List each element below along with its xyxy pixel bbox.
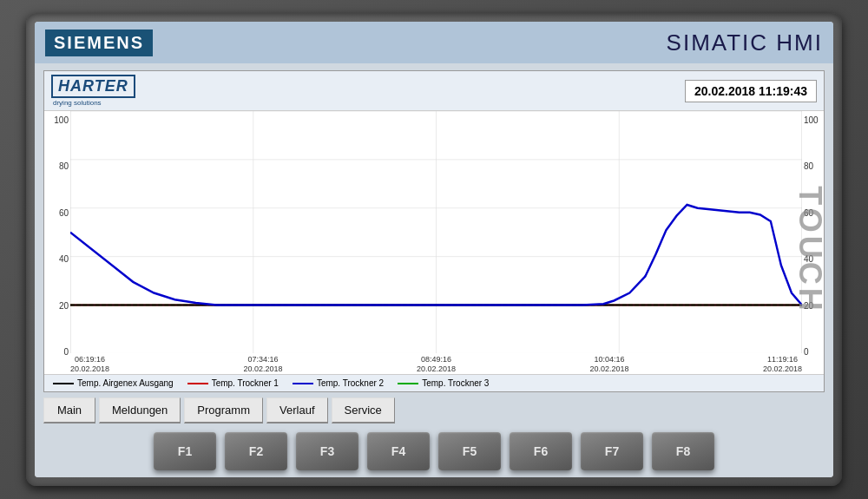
x-label-3: 08:49:16 20.02.2018: [417, 355, 456, 374]
screen-content: SIEMENS SIMATIC HMI HARTER drying soluti…: [35, 22, 833, 477]
datetime-display: 20.02.2018 11:19:43: [685, 80, 817, 102]
legend-label-4: Temp. Trockner 3: [422, 378, 489, 388]
y-axis-left: 100 80 60 40 20 0: [44, 111, 70, 374]
fkey-f4[interactable]: F4: [367, 432, 430, 470]
fkey-f1[interactable]: F1: [154, 432, 216, 470]
x-axis-labels: 06:19:16 20.02.2018 07:34:16 20.02.2018 …: [70, 353, 802, 374]
outer-frame: TOUCH SIEMENS SIMATIC HMI HA: [0, 0, 868, 499]
legend-label-2: Temp. Trockner 1: [212, 378, 279, 388]
legend-label-1: Temp. Airgenex Ausgang: [77, 378, 174, 388]
legend-line-3: [293, 383, 313, 384]
siemens-brand: SIEMENS: [54, 33, 144, 53]
main-panel: HARTER drying solutions 20.02.2018 11:19…: [35, 63, 833, 477]
fkey-f3[interactable]: F3: [296, 432, 358, 470]
nav-bar: Main Meldungen Programm Verlauf Service: [43, 392, 825, 427]
fkey-bar: F1 F2 F3 F4 F5 F6 F7 F8: [43, 427, 825, 474]
legend-label-3: Temp. Trockner 2: [317, 378, 384, 388]
siemens-logo-box: SIEMENS: [45, 30, 153, 56]
legend-item-1: Temp. Airgenex Ausgang: [53, 378, 174, 388]
legend-line-2: [187, 383, 208, 384]
nav-btn-verlauf[interactable]: Verlauf: [266, 397, 327, 423]
screen-bezel: TOUCH SIEMENS SIMATIC HMI HA: [26, 13, 842, 486]
legend-line-1: [53, 383, 74, 384]
harter-sub: drying solutions: [53, 99, 135, 107]
legend-line-4: [398, 383, 418, 384]
x-label-5: 11:19:16 20.02.2018: [763, 355, 802, 374]
nav-btn-programm[interactable]: Programm: [184, 397, 263, 423]
fkey-f2[interactable]: F2: [225, 432, 287, 470]
legend-item-3: Temp. Trockner 2: [293, 378, 384, 388]
harter-logo: HARTER drying solutions: [51, 75, 135, 107]
header: SIEMENS SIMATIC HMI: [35, 22, 833, 63]
chart-svg-area: [70, 111, 802, 353]
chart-container: HARTER drying solutions 20.02.2018 11:19…: [43, 70, 825, 392]
siemens-logo-area: SIEMENS: [45, 30, 153, 56]
harter-brand: HARTER: [51, 75, 135, 98]
legend-item-4: Temp. Trockner 3: [398, 378, 489, 388]
nav-btn-service[interactable]: Service: [332, 397, 395, 423]
chart-area-wrapper: 06:19:16 20.02.2018 07:34:16 20.02.2018 …: [70, 111, 802, 374]
fkey-f5[interactable]: F5: [438, 432, 501, 470]
chart-header: HARTER drying solutions 20.02.2018 11:19…: [44, 71, 824, 111]
chart-body: 100 80 60 40 20 0: [44, 111, 824, 374]
x-label-2: 07:34:16 20.02.2018: [243, 355, 282, 374]
simatic-title: SIMATIC HMI: [667, 30, 823, 56]
x-label-1: 06:19:16 20.02.2018: [70, 355, 109, 374]
touch-label: TOUCH: [792, 186, 828, 313]
legend-item-2: Temp. Trockner 1: [187, 378, 279, 388]
nav-btn-meldungen[interactable]: Meldungen: [99, 397, 181, 423]
fkey-f8[interactable]: F8: [652, 432, 714, 470]
fkey-f6[interactable]: F6: [510, 432, 572, 470]
nav-btn-main[interactable]: Main: [43, 397, 95, 423]
fkey-f7[interactable]: F7: [581, 432, 643, 470]
x-label-4: 10:04:16 20.02.2018: [589, 355, 628, 374]
legend-bar: Temp. Airgenex Ausgang Temp. Trockner 1 …: [44, 374, 824, 391]
